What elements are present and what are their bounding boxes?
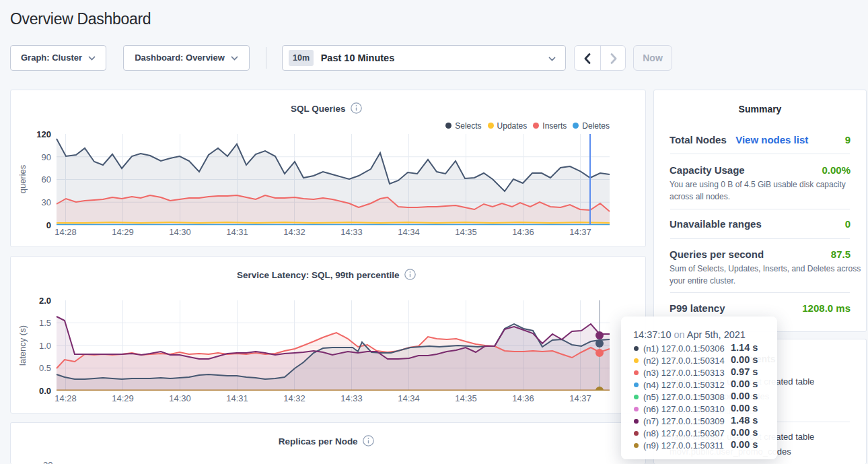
svg-text:14:33: 14:33 (340, 393, 363, 403)
svg-text:14:30: 14:30 (169, 393, 191, 403)
svg-text:1.5: 1.5 (39, 318, 51, 328)
svg-text:14:34: 14:34 (398, 393, 420, 403)
svg-text:14:37: 14:37 (569, 393, 591, 403)
svg-text:14:28: 14:28 (55, 393, 77, 403)
svg-text:latency (s): latency (s) (17, 325, 28, 366)
svg-text:14:36: 14:36 (512, 393, 534, 403)
svg-text:0.5: 0.5 (39, 363, 51, 373)
svg-text:2.0: 2.0 (39, 296, 51, 306)
svg-text:14:35: 14:35 (455, 393, 477, 403)
svg-text:0.0: 0.0 (39, 386, 51, 396)
svg-text:14:31: 14:31 (226, 393, 248, 403)
svg-text:1.0: 1.0 (39, 341, 51, 351)
svg-text:14:32: 14:32 (283, 393, 305, 403)
svg-text:14:29: 14:29 (112, 393, 134, 403)
